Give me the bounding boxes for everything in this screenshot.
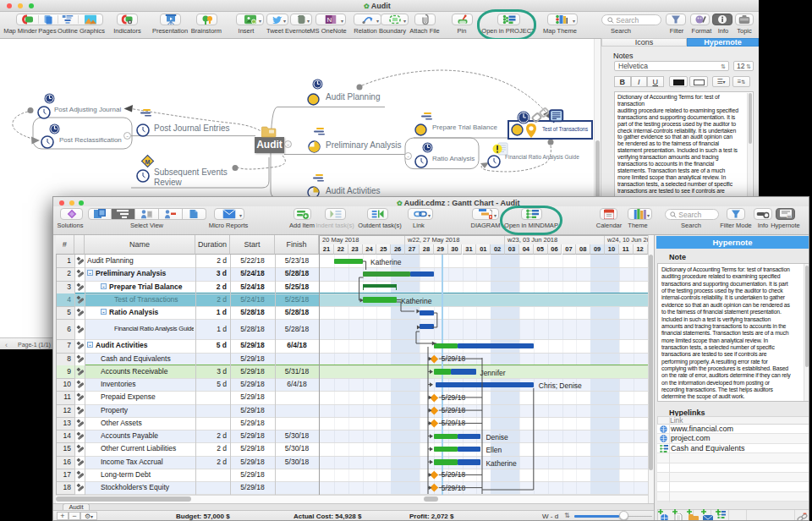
svg-text:N: N [327, 16, 332, 24]
svg-text:oo: oo [787, 214, 791, 218]
svg-text:M: M [145, 159, 151, 165]
